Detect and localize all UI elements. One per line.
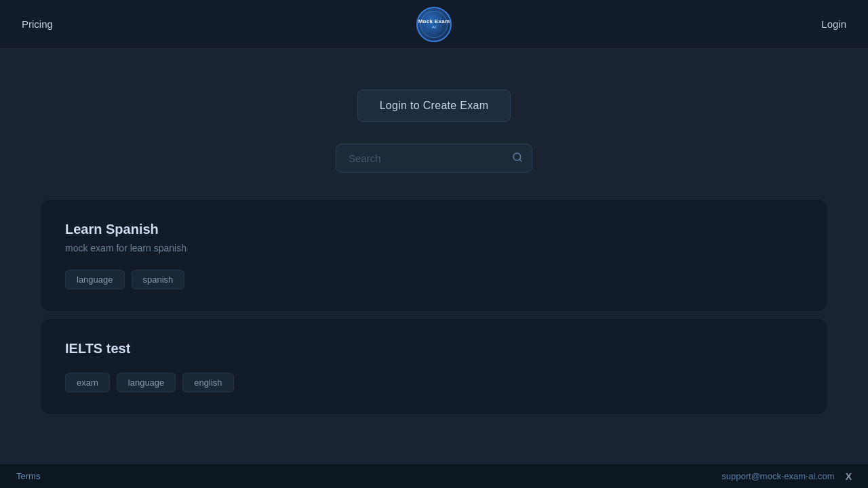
nav-right: Login [821,18,846,30]
tags-row: exam language english [65,373,803,392]
exam-card-ielts[interactable]: IELTS test exam language english [41,319,827,414]
login-link[interactable]: Login [821,18,846,30]
nav-left: Pricing [22,18,53,30]
tag-spanish: spanish [132,270,185,289]
tag-exam: exam [65,373,110,392]
tag-language: language [65,270,125,289]
main-content: Login to Create Exam Learn Spanish mock … [0,49,868,449]
tags-row: language spanish [65,270,803,289]
login-create-exam-button[interactable]: Login to Create Exam [357,89,511,122]
tag-english: english [182,373,233,392]
navbar: Pricing Mock Exam AI Login [0,0,868,49]
footer-right: support@mock-exam-ai.com X [722,471,852,482]
card-title: Learn Spanish [65,222,803,237]
logo-icon: Mock Exam AI [416,7,452,42]
exam-card-learn-spanish[interactable]: Learn Spanish mock exam for learn spanis… [41,200,827,311]
pricing-link[interactable]: Pricing [22,18,53,30]
nav-logo: Mock Exam AI [416,7,452,42]
footer: Terms support@mock-exam-ai.com X [0,464,868,488]
tag-language: language [117,373,176,392]
card-description: mock exam for learn spanish [65,243,803,253]
search-container [336,144,532,173]
support-email: support@mock-exam-ai.com [722,471,834,481]
card-title: IELTS test [65,341,803,357]
cards-container: Learn Spanish mock exam for learn spanis… [41,200,827,422]
search-input[interactable] [336,144,532,173]
terms-link[interactable]: Terms [16,471,40,481]
close-button[interactable]: X [846,471,852,482]
